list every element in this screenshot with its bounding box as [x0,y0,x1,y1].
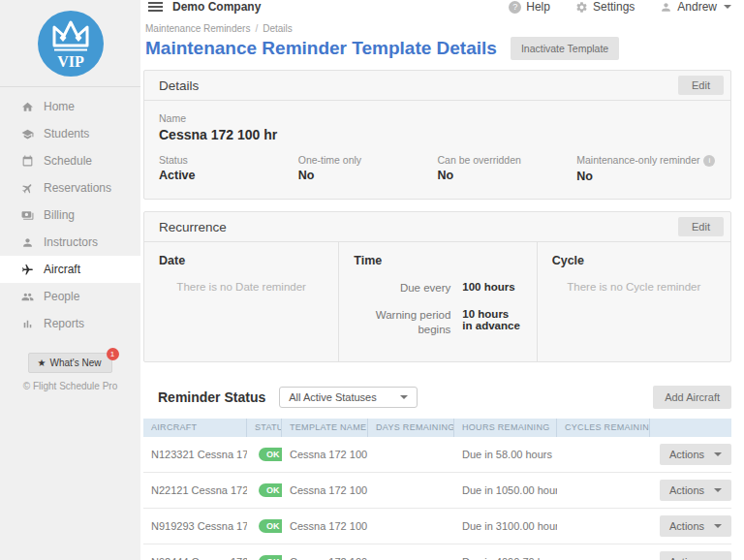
students-icon [21,128,34,140]
warning-period-row: Warning period begins 10 hours in advanc… [354,308,521,338]
status-badge: OK [259,519,282,533]
copyright-text: © Flight Schedule Pro [0,381,140,391]
settings-button[interactable]: Settings [575,0,635,14]
whats-new-label: What's New [49,358,101,368]
app-window: VIP Home Students Schedule Reservations [0,0,744,560]
maintenance-only-value: No [576,170,716,183]
column-header-hours-remaining[interactable]: HOURS REMAINING [454,419,557,437]
time-column-title: Time [354,254,521,267]
table-row: N92444 Cessna 172 OK Cessna 172 100 hr D… [143,544,731,560]
info-icon[interactable] [703,155,715,167]
help-button[interactable]: Help [509,0,550,14]
actions-button[interactable]: Actions [660,515,731,537]
chevron-down-icon [714,524,722,528]
sidebar-item-students[interactable]: Students [0,120,140,147]
one-time-only-value: No [298,169,438,182]
instructor-icon [21,236,34,249]
sidebar-item-reports[interactable]: Reports [0,310,140,337]
table-row: N22121 Cessna 172 OK Cessna 172 100 hr D… [143,473,731,509]
recurrence-card-title: Recurrence [159,220,227,234]
people-icon [21,291,34,303]
sidebar-item-label: Schedule [44,154,92,168]
aircraft-cell: N123321 Cessna 172 [143,449,247,460]
can-be-overridden-label: Can be overridden [438,154,577,166]
due-every-row: Due every 100 hours [354,281,521,296]
sidebar-item-aircraft[interactable]: Aircraft [0,256,140,283]
home-icon [21,101,34,113]
sidebar-item-people[interactable]: People [0,283,140,310]
column-header-actions [650,419,731,437]
sidebar-item-label: Reports [44,317,84,330]
column-header-status[interactable]: STATUS [247,419,282,437]
table-row: N919293 Cessna 172 OK Cessna 172 100 hr … [143,509,731,544]
due-every-value: 100 hours [462,281,521,296]
inactivate-template-button[interactable]: Inactivate Template [511,37,619,60]
whats-new-button[interactable]: What's New 1 [28,353,111,373]
aircraft-icon [21,264,34,276]
recurrence-card-body: Date There is no Date reminder Time Due … [144,242,730,361]
user-name: Andrew [677,0,717,14]
date-column: Date There is no Date reminder [144,242,338,361]
star-icon [37,358,49,368]
time-column: Time Due every 100 hours Warning period … [338,242,536,361]
hours-remaining-cell: Due in 58.00 hours [454,449,557,460]
one-time-only-field: One-time only No [298,154,438,183]
bar-chart-icon [21,318,34,330]
details-edit-button[interactable]: Edit [678,76,724,95]
hamburger-menu-icon[interactable] [148,0,163,14]
add-aircraft-button[interactable]: Add Aircraft [653,386,731,409]
sidebar-nav: Home Students Schedule Reservations Bill… [0,87,140,337]
chevron-down-icon [714,488,722,492]
details-card: Details Edit Name Cessna 172 100 hr Stat… [143,70,731,200]
status-badge: OK [259,448,282,461]
vip-crown-logo-icon: VIP [36,9,106,78]
breadcrumb-separator [250,23,263,34]
column-header-days-remaining[interactable]: DAYS REMAINING [368,419,454,437]
maintenance-only-field: Maintenance-only reminder No [576,154,716,183]
sidebar-item-label: People [44,290,79,303]
sidebar-item-label: Billing [44,208,75,222]
breadcrumb-maintenance-reminders[interactable]: Maintenance Reminders [145,23,250,34]
sidebar-item-instructors[interactable]: Instructors [0,229,140,256]
sidebar-item-billing[interactable]: Billing [0,202,140,229]
breadcrumb: Maintenance RemindersDetails [143,23,731,34]
template-name-cell: Cessna 172 100 hr [282,449,368,460]
details-card-body: Name Cessna 172 100 hr Status Active One… [144,101,730,199]
company-name: Demo Company [172,0,261,14]
column-header-aircraft[interactable]: AIRCRAFT [143,419,247,437]
date-column-title: Date [159,254,324,267]
topbar-right: Help Settings Andrew [509,0,731,14]
sidebar: VIP Home Students Schedule Reservations [0,0,140,560]
column-header-cycles-remaining[interactable]: CYCLES REMAINING [557,419,650,437]
sidebar-item-home[interactable]: Home [0,93,140,120]
status-label: Status [159,154,298,166]
topbar: Demo Company Help Settings Andrew [143,0,731,14]
reminder-status-section: Reminder Status All Active Statuses Add … [143,374,731,560]
aircraft-cell: N22121 Cessna 172 [143,484,247,496]
actions-button[interactable]: Actions [660,480,731,501]
reminder-status-table: AIRCRAFT STATUS TEMPLATE NAME DAYS REMAI… [143,419,731,560]
details-card-title: Details [159,78,199,93]
sidebar-item-label: Reservations [44,181,111,195]
hours-remaining-cell: Due in 3100.00 hours [454,520,557,532]
vip-logo[interactable]: VIP [0,0,140,87]
template-name-cell: Cessna 172 100 hr [282,556,368,560]
user-menu[interactable]: Andrew [660,0,731,14]
sidebar-item-schedule[interactable]: Schedule [0,147,140,174]
template-name-cell: Cessna 172 100 hr [282,484,368,496]
no-cycle-reminder-text: There is no Cycle reminder [552,281,716,293]
billing-icon [21,209,34,222]
status-value: Active [159,169,298,182]
airplane-icon [18,179,36,197]
svg-text:VIP: VIP [57,53,84,70]
title-row: Maintenance Reminder Template Details In… [143,37,731,60]
status-filter-dropdown[interactable]: All Active Statuses [279,387,418,408]
recurrence-edit-button[interactable]: Edit [678,217,724,236]
sidebar-item-reservations[interactable]: Reservations [0,174,140,202]
actions-button[interactable]: Actions [660,551,731,560]
column-header-template-name[interactable]: TEMPLATE NAME [282,419,368,437]
due-every-label: Due every [354,281,450,296]
can-be-overridden-value: No [438,169,577,182]
actions-button[interactable]: Actions [660,444,731,465]
status-filter-value: All Active Statuses [289,391,377,403]
